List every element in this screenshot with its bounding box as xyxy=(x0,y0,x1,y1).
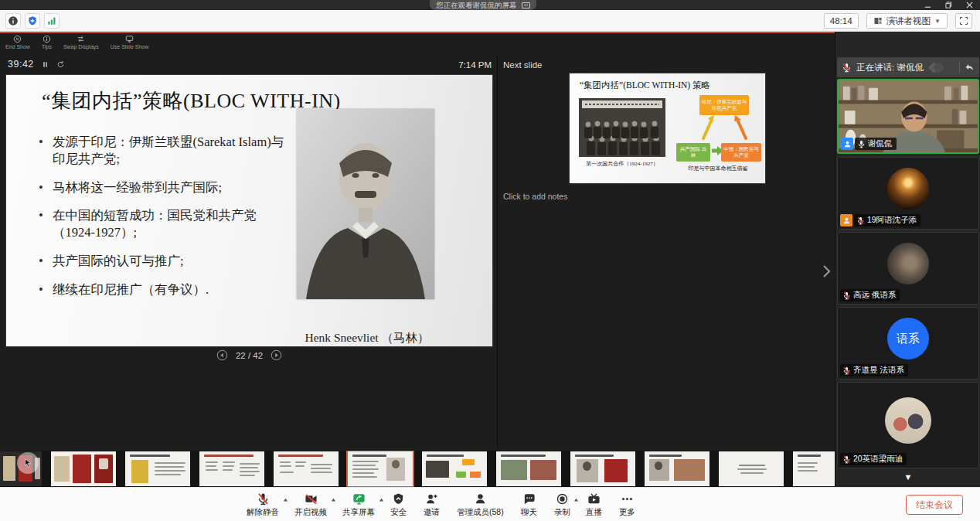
maximize-button[interactable] xyxy=(938,0,959,10)
participant-name: 谢侃侃 xyxy=(868,138,893,149)
diagram-box-indonesia: 印尼：伊斯兰联盟与印尼共产党 xyxy=(699,95,749,115)
previous-slide-button[interactable] xyxy=(216,349,228,361)
pop-out-icon[interactable] xyxy=(965,63,975,73)
control-label: 解除静音 xyxy=(247,507,279,518)
participant-tile[interactable]: 语系齐道昱 法语系 xyxy=(837,307,979,380)
muted-mic-icon xyxy=(842,291,851,300)
slide-thumbnail[interactable] xyxy=(199,451,264,486)
slide-thumbnail[interactable] xyxy=(51,451,116,486)
avatar: 语系 xyxy=(887,318,929,359)
presenter-toolbar: End ShowTipsSwap DisplaysUse Slide Show xyxy=(5,35,148,49)
avatar xyxy=(885,397,931,444)
view-mode-button[interactable]: 演讲者视图 ▼ xyxy=(866,13,948,29)
notes-placeholder[interactable]: Click to add notes xyxy=(503,192,567,201)
end-meeting-button[interactable]: 结束会议 xyxy=(906,495,963,515)
shared-screen-presenter-view: End ShowTipsSwap DisplaysUse Slide Show … xyxy=(0,33,835,451)
slide-thumbnail[interactable] xyxy=(496,451,561,486)
group-photo xyxy=(579,98,665,157)
slide-bullet: 继续在印尼推广（有争议）. xyxy=(37,281,295,298)
participant-tile[interactable]: 谢侃侃 xyxy=(837,79,979,154)
more-button[interactable]: 更多 xyxy=(611,492,644,518)
diagram-box-comintern: 共产国际 马林 xyxy=(676,143,710,162)
slide-bullet: 马林将这一经验带到共产国际; xyxy=(37,179,295,196)
presenter-tool-label: Swap Displays xyxy=(63,44,99,49)
slide-filmstrip xyxy=(0,451,835,487)
meeting-control-bar: 解除静音开启视频共享屏幕安全邀请管理成员(58)聊天录制直播更多 结束会议 xyxy=(0,487,980,521)
muted-mic-icon xyxy=(856,216,865,225)
fullscreen-button[interactable] xyxy=(955,13,972,29)
screen-menu-icon[interactable] xyxy=(522,2,530,9)
role-badge xyxy=(840,214,852,226)
henk-sneevliet-photo xyxy=(297,109,434,299)
layout-icon xyxy=(873,16,883,26)
chevron-down-icon: ▼ xyxy=(934,18,941,25)
muted-mic-icon xyxy=(842,63,852,73)
participant-name: 齐道昱 法语系 xyxy=(853,365,904,376)
slide-thumbnail[interactable] xyxy=(719,451,784,486)
mic-icon xyxy=(857,140,866,148)
pause-timer-icon[interactable] xyxy=(41,60,49,69)
speaking-label: 正在讲话: 谢侃侃 xyxy=(856,62,924,73)
control-label: 直播 xyxy=(586,507,602,518)
minimize-button[interactable] xyxy=(917,0,938,10)
panel-divider xyxy=(497,56,498,447)
presenter-use-slide-show-button[interactable]: Use Slide Show xyxy=(111,35,148,49)
control-label: 更多 xyxy=(619,507,635,518)
voov-logo xyxy=(930,63,943,72)
expand-panel-chevron[interactable] xyxy=(821,256,832,287)
slide-bullet-list: 发源于印尼：伊斯兰联盟(Sarekat Islam)与印尼共产党;马林将这一经验… xyxy=(37,134,295,309)
speaking-header: 正在讲话: 谢侃侃 xyxy=(837,57,979,77)
slide-thumbnail[interactable] xyxy=(570,451,635,486)
avatar xyxy=(887,243,929,284)
next-slide-preview: “集团内括”(BLOC WITH-IN) 策略 第一次国共合作（1924-192… xyxy=(570,73,765,183)
live-button[interactable]: 直播 xyxy=(577,492,611,518)
presenter-end-show-button[interactable]: End Show xyxy=(5,35,30,49)
next-slide-title: “集团内括”(BLOC WITH-IN) 策略 xyxy=(580,80,710,91)
control-label: 开启视频 xyxy=(294,507,327,518)
meeting-info-icon[interactable] xyxy=(5,13,21,29)
invite-button[interactable]: 邀请 xyxy=(415,492,448,518)
participants-panel: 正在讲话: 谢侃侃 谢侃侃19阿语沈子添高远 俄语系语系齐道昱 法语系20英语梁… xyxy=(835,32,980,487)
close-button[interactable] xyxy=(959,0,980,10)
diagram-box-china: 中国：国民党与共产党 xyxy=(721,143,761,162)
control-label: 聊天 xyxy=(521,507,537,518)
scroll-down-icon[interactable]: ▼ xyxy=(835,472,980,482)
presenter-tips-button[interactable]: Tips xyxy=(42,35,52,49)
next-slide-button[interactable] xyxy=(271,349,282,361)
slide-bullet: 发源于印尼：伊斯兰联盟(Sarekat Islam)与印尼共产党; xyxy=(37,134,295,168)
participant-name: 高远 俄语系 xyxy=(853,290,896,301)
control-label: 安全 xyxy=(390,507,407,518)
slide-thumbnail[interactable] xyxy=(422,451,487,486)
muted-mic-icon xyxy=(842,455,851,464)
slide-thumbnail[interactable] xyxy=(793,451,835,486)
watching-banner[interactable]: 您正在观看谢侃侃的屏幕 xyxy=(430,0,536,10)
presenter-swap-displays-button[interactable]: Swap Displays xyxy=(63,35,99,49)
chat-button[interactable]: 聊天 xyxy=(512,492,546,518)
muted-mic-icon xyxy=(842,366,851,375)
slide-bullet: 共产国际的认可与推广; xyxy=(37,253,295,270)
participant-tile[interactable]: 20英语梁雨迪 xyxy=(837,382,979,468)
slide-bullet: 在中国的短暂成功：国民党和共产党（1924-1927）; xyxy=(37,207,295,241)
restart-timer-icon[interactable] xyxy=(56,60,65,69)
diagram-caption: 印尼与中国革命相互借鉴 xyxy=(672,165,764,172)
presentation-timer: 39:42 xyxy=(8,59,34,70)
manage-members-button[interactable]: 管理成员(58) xyxy=(448,492,512,518)
next-slide-label: Next slide xyxy=(503,60,543,70)
security-button[interactable]: 安全 xyxy=(382,492,415,518)
participant-tile[interactable]: 19阿语沈子添 xyxy=(837,157,979,230)
network-signal-icon[interactable] xyxy=(44,13,60,29)
presenter-tool-label: Tips xyxy=(42,44,52,49)
slide-thumbnail-selected[interactable] xyxy=(348,451,413,486)
mouse-cursor-indicator xyxy=(17,452,39,474)
slide-thumbnail[interactable] xyxy=(645,451,709,486)
slide-thumbnail[interactable] xyxy=(125,451,190,486)
security-shield-icon[interactable] xyxy=(25,13,40,29)
participant-name: 19阿语沈子添 xyxy=(867,215,917,226)
slide-thumbnail[interactable] xyxy=(274,451,339,486)
presenter-tool-label: End Show xyxy=(5,44,30,49)
control-label: 共享屏幕 xyxy=(342,507,375,518)
photo-caption: Henk Sneevliet （马林） xyxy=(278,330,456,346)
meeting-toolbar: 48:14 演讲者视图 ▼ xyxy=(0,10,980,32)
control-label: 管理成员(58) xyxy=(457,507,504,518)
participant-tile[interactable]: 高远 俄语系 xyxy=(837,232,979,305)
